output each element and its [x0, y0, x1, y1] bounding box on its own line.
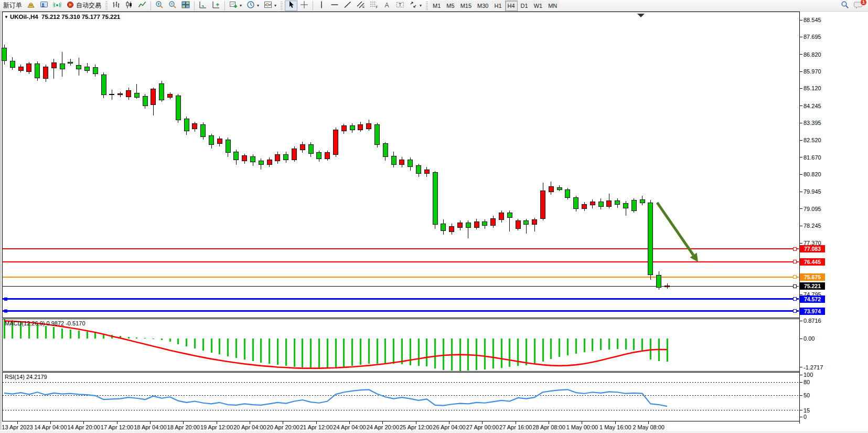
timeframe-m1-button[interactable]: M1: [430, 1, 443, 11]
candle-body: [350, 126, 355, 130]
candle-body: [441, 224, 446, 230]
indicators-button[interactable]: ▾: [262, 1, 278, 11]
chevron-down-icon: ▾: [274, 3, 276, 8]
candle-body: [524, 220, 529, 225]
candle-body: [416, 166, 421, 174]
accounts-button[interactable]: [38, 1, 50, 11]
timeframe-m5-button[interactable]: M5: [444, 1, 457, 11]
line-handle[interactable]: [793, 260, 796, 263]
svg-text:85.970: 85.970: [803, 68, 821, 75]
chart-shift-button[interactable]: [210, 1, 222, 11]
equidistant-channel-tool-button[interactable]: E: [355, 1, 367, 11]
candle-body: [383, 144, 388, 157]
line-handle[interactable]: [793, 310, 796, 313]
svg-text:84.245: 84.245: [803, 103, 821, 109]
text-label-tool-button[interactable]: T: [394, 1, 406, 11]
indicators-icon: [264, 1, 272, 10]
timeframe-m15-button[interactable]: M15: [458, 1, 474, 11]
trendline-icon: [344, 1, 352, 10]
tile-windows-button[interactable]: [179, 1, 192, 11]
candle-body: [35, 64, 40, 78]
svg-text:88.545: 88.545: [803, 17, 821, 23]
chevron-down-icon: ▾: [240, 3, 242, 8]
timeframe-m30-button[interactable]: M30: [475, 1, 491, 11]
line-handle[interactable]: [793, 276, 796, 279]
svg-text:100: 100: [803, 372, 813, 378]
svg-text:86.820: 86.820: [803, 51, 821, 58]
candle-body: [582, 204, 587, 208]
svg-text:0.00: 0.00: [803, 335, 815, 342]
auto-scroll-button[interactable]: [197, 1, 209, 11]
line-handle[interactable]: [4, 310, 7, 313]
timeframe-h4-button[interactable]: H4: [505, 1, 518, 11]
candle-body: [507, 213, 512, 218]
arrows-tool-button[interactable]: ▾: [407, 1, 424, 11]
timeframe-w1-button[interactable]: W1: [531, 1, 545, 11]
fibonacci-tool-button[interactable]: F: [368, 1, 380, 11]
bar-chart-mode-button[interactable]: [110, 1, 122, 11]
svg-text:1 May 00:00: 1 May 00:00: [566, 424, 598, 430]
text-tool-button[interactable]: A: [381, 1, 393, 11]
svg-text:75.221: 75.221: [804, 283, 821, 289]
candle-body: [499, 213, 504, 219]
timeframe-d1-button[interactable]: D1: [518, 1, 531, 11]
periods-button[interactable]: ▾: [244, 1, 261, 11]
svg-text:87.695: 87.695: [803, 34, 821, 40]
candle-body: [68, 62, 73, 64]
svg-text:21 Apr 12:00: 21 Apr 12:00: [300, 424, 333, 430]
candle-body: [77, 65, 81, 69]
vertical-line-tool-button[interactable]: [315, 1, 328, 11]
trendline-tool-button[interactable]: [341, 1, 354, 11]
candlestick-icon: [125, 1, 133, 10]
svg-text:15: 15: [803, 407, 810, 414]
timeframe-mn-button[interactable]: MN: [545, 1, 560, 11]
candlestick-mode-button[interactable]: [123, 1, 135, 11]
fibonacci-icon: F: [370, 1, 378, 10]
line-handle[interactable]: [793, 298, 796, 301]
zoom-out-button[interactable]: [166, 1, 179, 11]
new-order-button[interactable]: 新订单: [1, 1, 24, 11]
toolbar-separator: [313, 1, 313, 10]
notifications-button[interactable]: 1: [852, 1, 865, 11]
candle-body: [334, 130, 338, 155]
chart-shift-icon: [212, 1, 220, 10]
new-chart-button[interactable]: ▾: [227, 1, 244, 11]
candle-body: [598, 202, 603, 207]
candle-body: [474, 221, 479, 227]
timeframe-h1-button[interactable]: H1: [491, 1, 504, 11]
cursor-tool-button[interactable]: [285, 1, 297, 11]
svg-text:20 Apr 20:00: 20 Apr 20:00: [267, 424, 299, 430]
svg-text:27 Apr 00:00: 27 Apr 00:00: [466, 424, 499, 430]
candle-body: [574, 198, 578, 209]
zoom-out-icon: [168, 1, 177, 10]
candle-body: [491, 219, 496, 226]
crosshair-tool-button[interactable]: [298, 1, 310, 11]
line-chart-icon: [138, 1, 146, 10]
line-chart-mode-button[interactable]: [136, 1, 148, 11]
notification-count-badge: 1: [860, 0, 867, 6]
candle-body: [375, 125, 380, 145]
svg-text:82.520: 82.520: [803, 137, 821, 143]
chart-area[interactable]: 88.54587.69586.82085.97085.12084.24583.3…: [0, 12, 868, 433]
auto-trading-icon: [66, 1, 74, 10]
svg-text:80.820: 80.820: [803, 171, 821, 177]
toolbar-separator: [194, 1, 195, 10]
candle-body: [126, 91, 131, 97]
broadcast-signal-icon: [53, 1, 61, 10]
line-handle[interactable]: [4, 298, 7, 301]
signal-button[interactable]: [51, 1, 63, 11]
auto-trading-button[interactable]: 自动交易: [64, 1, 103, 11]
search-button[interactable]: [839, 1, 851, 11]
zoom-in-button[interactable]: [153, 1, 166, 11]
candle-body: [665, 286, 670, 287]
chart-canvas[interactable]: 88.54587.69586.82085.97085.12084.24583.3…: [0, 12, 868, 433]
svg-text:A: A: [385, 2, 389, 9]
candle-body: [275, 155, 280, 161]
horizontal-line-tool-button[interactable]: [328, 1, 341, 11]
line-handle[interactable]: [793, 247, 796, 250]
candle-body: [209, 136, 214, 145]
candle-body: [101, 75, 106, 94]
market-watch-button[interactable]: [25, 1, 37, 11]
candle-body: [251, 157, 255, 162]
line-handle[interactable]: [793, 284, 796, 288]
